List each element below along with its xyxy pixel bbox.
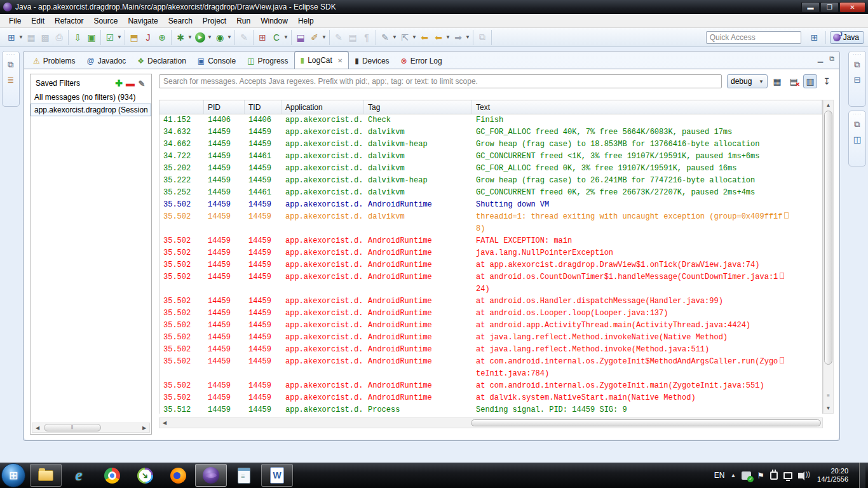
tab-devices[interactable]: ▮Devices <box>349 53 395 69</box>
tab-console[interactable]: ▣Console <box>192 53 241 69</box>
menu-run[interactable]: Run <box>231 15 255 27</box>
go-into-icon[interactable]: ⇱ <box>398 30 412 44</box>
scrollbar-thumb[interactable] <box>824 111 832 365</box>
log-row[interactable]: 34.6321445914459app.akexorcist.d...dalvi… <box>159 126 822 139</box>
column-header-PID[interactable]: PID <box>204 100 245 114</box>
log-row[interactable]: 35.5021445914459app.akexorcist.d...Andro… <box>159 295 822 308</box>
quick-access-input[interactable] <box>706 31 801 44</box>
log-row[interactable]: 34.6621445914459app.akexorcist.d...dalvi… <box>159 139 822 151</box>
clear-log-button[interactable]: ▤✕ <box>787 74 801 88</box>
new-junit-test-icon[interactable]: J <box>141 30 155 44</box>
action-center-flag-icon[interactable]: ⚑ <box>757 471 764 480</box>
checked-menu-icon[interactable]: ☑ <box>103 30 117 44</box>
minimize-view-icon[interactable]: ▁ <box>818 55 823 63</box>
run-external-icon[interactable]: ◉ <box>213 30 227 44</box>
restore-view-icon[interactable]: ⧉ <box>4 58 17 71</box>
log-level-select[interactable]: debug ▼ <box>727 74 768 88</box>
forward-dropdown-icon[interactable]: ▼ <box>465 34 471 40</box>
minimize-button[interactable]: ▬ <box>801 2 820 13</box>
scroll-left-arrow[interactable]: ◀ <box>159 419 170 428</box>
power-tray-icon[interactable] <box>770 471 778 480</box>
edit-filter-button[interactable]: ✎ <box>136 79 147 88</box>
log-row[interactable]: 35.5021445914459app.akexorcist.d...Andro… <box>159 308 822 320</box>
tab-logcat[interactable]: ▮LogCat✕ <box>294 51 349 69</box>
search-brush-icon[interactable]: ✐ <box>308 30 322 44</box>
last-edit-location-dropdown-icon[interactable]: ▼ <box>392 34 398 40</box>
column-header-time[interactable] <box>159 100 204 114</box>
debug-icon[interactable]: ✱ <box>173 30 187 44</box>
column-header-Tag[interactable]: Tag <box>364 100 472 114</box>
close-button[interactable]: ✕ <box>839 2 865 13</box>
taskbar-word-button[interactable] <box>261 464 293 487</box>
clock[interactable]: 20:20 14/1/2556 <box>813 467 848 484</box>
logcat-search-input[interactable] <box>159 74 722 88</box>
log-row[interactable]: 34.7221445914461app.akexorcist.d...dalvi… <box>159 151 822 163</box>
menu-navigate[interactable]: Navigate <box>123 15 163 27</box>
log-row[interactable]: 35.5021445914459app.akexorcist.d...Andro… <box>159 247 822 259</box>
log-row[interactable]: 35.5021445914459app.akexorcist.d...Andro… <box>159 392 822 404</box>
layout-view-icon[interactable]: ◫ <box>851 133 864 146</box>
new-test-grid-icon[interactable]: ⊞ <box>255 30 269 44</box>
menu-file[interactable]: File <box>4 15 26 27</box>
search-brush-dropdown-icon[interactable]: ▼ <box>322 34 327 40</box>
taskbar-eclipse-button[interactable] <box>195 464 227 487</box>
android-sdk-manager-icon[interactable]: ⇩ <box>71 30 85 44</box>
go-into-dropdown-icon[interactable]: ▼ <box>412 34 417 40</box>
forward-icon[interactable]: ➡ <box>451 30 465 44</box>
scroll-to-end-button[interactable]: ↧ <box>820 74 834 88</box>
taskbar-ie-button[interactable]: e <box>63 464 95 487</box>
last-edit-location-icon[interactable]: ✎ <box>378 30 392 44</box>
tab-error-log[interactable]: ⊗Error Log <box>395 53 448 69</box>
taskbar-chrome-button[interactable] <box>96 464 128 487</box>
filters-horizontal-scrollbar[interactable]: ◀ ⦀ ▶ <box>32 423 150 433</box>
back-icon[interactable]: ⬅ <box>431 30 445 44</box>
tab-declaration[interactable]: ❖Declaration <box>132 53 191 69</box>
maximize-button[interactable]: ❐ <box>820 2 839 13</box>
menu-project[interactable]: Project <box>198 15 231 27</box>
export-log-button[interactable]: ▦ <box>770 74 784 88</box>
scroll-up-arrow[interactable]: ▲ <box>824 100 833 110</box>
scroll-left-arrow[interactable]: ◀ <box>32 423 43 432</box>
usb-tray-icon[interactable] <box>742 471 751 480</box>
dock-drag-handle[interactable]: ···· <box>853 112 862 116</box>
log-row[interactable]: 35.5021445914459app.akexorcist.d...Andro… <box>159 344 822 356</box>
column-header-TID[interactable]: TID <box>245 100 281 114</box>
run-dropdown-icon[interactable]: ▼ <box>207 34 213 40</box>
new-wizard-icon[interactable]: ⊞ <box>4 30 18 44</box>
menu-help[interactable]: Help <box>293 15 319 27</box>
restore-view-icon[interactable]: ⧉ <box>851 118 864 131</box>
new-java-project-icon[interactable]: ⬒ <box>127 30 141 44</box>
show-desktop-button[interactable] <box>859 463 865 488</box>
outline-view-icon[interactable]: ⊟ <box>851 73 864 86</box>
log-row[interactable]: 35.5021445914459app.akexorcist.d...Andro… <box>159 235 822 247</box>
taskbar-explorer-button[interactable] <box>30 464 62 487</box>
log-row[interactable]: 35.5021445914459app.akexorcist.d...Andro… <box>159 199 822 211</box>
delete-filter-button[interactable]: ▬ <box>125 78 136 88</box>
volume-tray-icon[interactable] <box>798 473 803 478</box>
log-row[interactable]: 35.2021445914459app.akexorcist.d...dalvi… <box>159 163 822 175</box>
back-dropdown-icon[interactable]: ▼ <box>445 34 451 40</box>
column-header-Text[interactable]: Text <box>472 100 822 114</box>
log-row[interactable]: 35.5021445914459app.akexorcist.d...Andro… <box>159 380 822 392</box>
run-icon[interactable]: ▶ <box>193 30 207 44</box>
log-row[interactable]: 35.5021445914459app.akexorcist.d...Andro… <box>159 271 822 295</box>
refresh-c-dropdown-icon[interactable]: ▼ <box>283 34 289 40</box>
log-row[interactable]: 35.2521445914461app.akexorcist.d...dalvi… <box>159 187 822 199</box>
log-row[interactable]: 35.5021445914459app.akexorcist.d...Andro… <box>159 320 822 332</box>
filter-item[interactable]: All messages (no filters) (934) <box>31 91 151 104</box>
android-avd-manager-icon[interactable]: ▣ <box>85 30 98 44</box>
hidden-icons-chevron[interactable]: ▲ <box>730 472 736 478</box>
close-tab-icon[interactable]: ✕ <box>337 57 342 64</box>
menu-edit[interactable]: Edit <box>26 15 50 27</box>
network-tray-icon[interactable] <box>783 472 792 479</box>
log-row[interactable]: 35.5021445914459app.akexorcist.d...Andro… <box>159 259 822 271</box>
scroll-right-arrow[interactable]: ▶ <box>139 423 149 432</box>
scroll-down-arrow[interactable]: ▼ <box>824 403 833 413</box>
log-row[interactable]: 35.5021445914459app.akexorcist.d...Andro… <box>159 332 822 344</box>
checked-menu-dropdown-icon[interactable]: ▼ <box>117 34 123 40</box>
open-type-icon[interactable]: ⬓ <box>294 30 308 44</box>
menu-source[interactable]: Source <box>88 15 123 27</box>
tab-problems[interactable]: ⚠Problems <box>27 53 81 69</box>
toggle-filters-panel-button[interactable]: ▥ <box>803 74 817 88</box>
open-perspective-icon[interactable]: ⊞ <box>808 30 822 44</box>
